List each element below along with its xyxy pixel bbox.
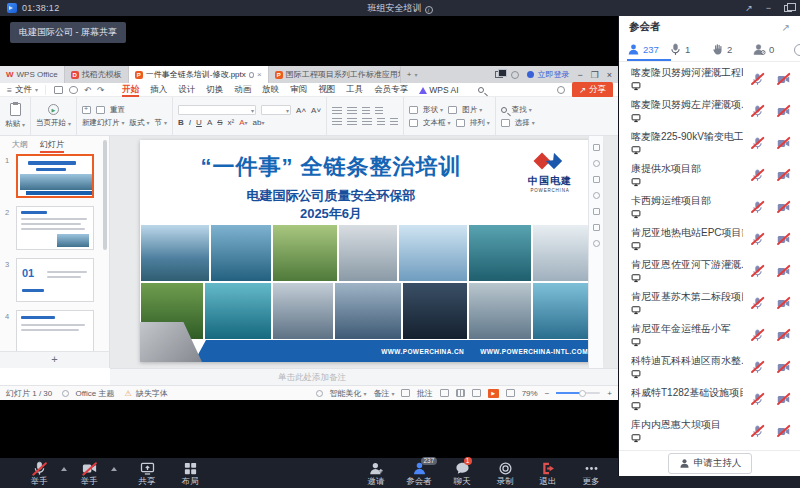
sidebar-icon[interactable] (593, 208, 600, 215)
wps-document-tab[interactable]: P国际工程项目系列工作标准应用培训... (269, 66, 401, 83)
add-slide-button[interactable]: + (0, 351, 109, 368)
font-name-combobox[interactable] (178, 105, 256, 115)
notes-button[interactable]: 备注▾ (373, 388, 394, 399)
camera-off-icon[interactable] (777, 72, 790, 85)
record-button[interactable]: 录制 (492, 461, 518, 486)
picture-button[interactable]: 图片▾ (462, 105, 482, 115)
expand-panel-icon[interactable]: ↗ (745, 4, 753, 13)
participant-row[interactable]: 肯尼亚恩佐亚河下游灌溉... (619, 254, 800, 286)
bullet-list-icon[interactable] (332, 107, 342, 115)
camera-off-icon[interactable] (777, 168, 790, 181)
participant-row[interactable]: 库内内恩惠大坝项目 (619, 414, 800, 446)
thumbnail-scrollbar[interactable] (103, 140, 107, 250)
mic-muted-icon[interactable] (751, 72, 764, 85)
sidebar-icon[interactable] (593, 144, 600, 151)
redo-icon[interactable]: ↷ (97, 85, 104, 95)
tab-pin-icon[interactable] (249, 72, 254, 78)
save-icon[interactable] (54, 86, 63, 94)
new-tab-button[interactable]: +▾ (401, 66, 424, 83)
window-minimize-icon[interactable]: − (577, 70, 582, 80)
participant-row[interactable]: 科特迪瓦科科迪区雨水整... (619, 350, 800, 382)
mic-options-caret[interactable] (61, 467, 67, 471)
mic-muted-icon[interactable] (751, 424, 764, 437)
section-button[interactable]: 节▾ (155, 118, 168, 128)
slide-sorter-icon[interactable] (456, 389, 465, 397)
minimize-panel-icon[interactable]: − (766, 4, 771, 13)
slide-thumbnail-2[interactable] (16, 206, 94, 250)
tab-waiting-room[interactable]: 0 (753, 43, 795, 56)
participant-row[interactable]: 康提供水项目部 (619, 158, 800, 190)
italic-button[interactable]: I (189, 118, 191, 127)
fit-window-icon[interactable] (506, 389, 515, 397)
outdent-icon[interactable] (362, 107, 370, 115)
menu-tab[interactable]: 审阅 (290, 84, 307, 96)
zoom-level[interactable]: 79% (522, 389, 538, 398)
superscript-button[interactable]: x² (228, 118, 235, 127)
menu-tab-home[interactable]: 开始 (122, 83, 139, 97)
menu-tab[interactable]: 工具 (346, 84, 363, 96)
char-spacing-button[interactable]: A (207, 118, 212, 127)
share-screen-button[interactable]: 共享 (134, 461, 160, 486)
menu-tab[interactable]: 插入 (150, 84, 167, 96)
reading-view-icon[interactable] (472, 389, 481, 397)
layout-button[interactable]: 布局 (177, 461, 203, 486)
select-button[interactable]: 选择▾ (515, 118, 535, 128)
chat-button[interactable]: 1 聊天 (449, 461, 475, 486)
mic-muted-icon[interactable] (751, 104, 764, 117)
missing-font-warning[interactable]: ⚠缺失字体 (124, 388, 167, 399)
participant-row[interactable]: 科威特T1282基础设施项目 (619, 382, 800, 414)
participant-row[interactable]: 卡西姆运维项目部 (619, 190, 800, 222)
slide-thumbnail-3[interactable]: 01 (16, 258, 94, 302)
underline-button[interactable]: U (196, 118, 202, 127)
highlight-button[interactable]: ab▾ (253, 118, 265, 127)
font-size-combobox[interactable] (261, 105, 291, 115)
participant-row[interactable]: 喀麦隆贝努姆河灌溉工程I... (619, 62, 800, 94)
camera-off-icon[interactable] (777, 392, 790, 405)
tab-mic-on[interactable]: 1 (669, 43, 711, 56)
menu-tab[interactable]: 放映 (262, 84, 279, 96)
window-close-icon[interactable]: × (607, 70, 612, 80)
camera-off-icon[interactable] (777, 296, 790, 309)
play-from-current-button[interactable]: 当页开始▾ (36, 118, 71, 128)
paste-button[interactable]: 粘贴▾ (5, 119, 25, 129)
search-icon[interactable] (478, 87, 484, 93)
camera-off-icon[interactable] (777, 328, 790, 341)
font-color-button[interactable]: A▾ (239, 118, 247, 127)
find-button[interactable]: 查找▾ (512, 105, 532, 115)
slide-thumbnail-1[interactable] (16, 154, 94, 198)
slide-1[interactable]: “一件事” 全链条整治培训 电建国际公司质量安全环保部 2025年6月 中国电建… (140, 140, 600, 362)
justify-icon[interactable] (377, 118, 385, 126)
participants-button[interactable]: 237 参会者 (406, 461, 432, 486)
mic-muted-icon[interactable] (751, 328, 764, 341)
sidebar-icon[interactable] (593, 192, 600, 199)
menu-tab[interactable]: 会员专享 (374, 84, 408, 96)
mic-muted-icon[interactable] (751, 360, 764, 373)
window-restore-icon[interactable]: ❐ (591, 70, 599, 80)
wps-document-tab-active[interactable]: P一件事全链条培训-修改.pptx× (129, 66, 269, 83)
align-right-icon[interactable] (362, 118, 372, 126)
sidebar-icon[interactable] (593, 240, 600, 247)
menu-tab[interactable]: 切换 (206, 84, 223, 96)
mic-muted-icon[interactable] (751, 200, 764, 213)
participant-row[interactable]: 喀麦隆225-90kV输变电工... (619, 126, 800, 158)
camera-off-icon[interactable] (777, 232, 790, 245)
menu-tab[interactable]: 设计 (178, 84, 195, 96)
zoom-out-button[interactable]: − (545, 389, 550, 398)
zoom-in-button[interactable]: + (607, 389, 612, 398)
popout-arrow-icon[interactable]: ↗ (782, 22, 790, 33)
wps-docer-tab[interactable]: D找稻壳模板 (65, 66, 129, 83)
info-icon[interactable]: i (425, 6, 433, 14)
print-icon[interactable] (69, 86, 78, 94)
search-participants-icon[interactable] (794, 44, 800, 56)
camera-off-icon[interactable] (777, 264, 790, 277)
exit-button[interactable]: 退出 (535, 461, 561, 486)
arrange-button[interactable]: 排列▾ (470, 118, 490, 128)
comments-button[interactable]: 批注 (401, 388, 432, 399)
sidebar-icon[interactable] (593, 176, 600, 183)
align-center-icon[interactable] (347, 118, 357, 126)
align-left-icon[interactable] (332, 118, 342, 126)
smart-beautify-button[interactable]: 智能美化▾ (316, 388, 366, 399)
workspace-icon[interactable] (495, 71, 503, 78)
menu-tab[interactable]: 动画 (234, 84, 251, 96)
mic-muted-icon[interactable] (751, 392, 764, 405)
